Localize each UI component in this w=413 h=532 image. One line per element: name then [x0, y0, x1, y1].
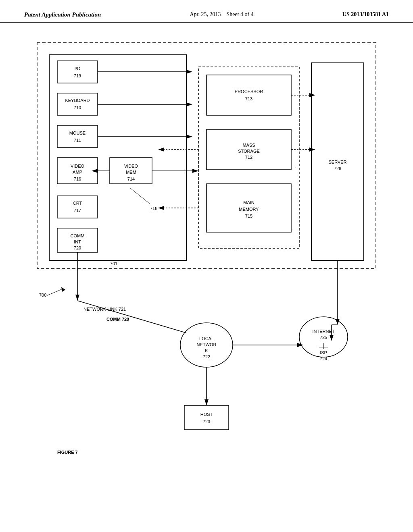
diagram-area: 701 SERVER 726 I/O 719 KEYBOARD 710 MOUS…: [25, 31, 388, 494]
videomem-label: VIDEO: [124, 164, 138, 168]
videoamp-label: VIDEO: [71, 164, 85, 168]
svg-rect-11: [57, 196, 98, 218]
svg-rect-6: [57, 125, 98, 148]
isp-num: 724: [320, 356, 327, 361]
videoamp-num: 716: [74, 177, 81, 181]
svg-marker-35: [309, 148, 315, 152]
io-label: I/O: [75, 66, 81, 71]
svg-marker-33: [158, 206, 164, 210]
server-num: 726: [334, 166, 341, 171]
label-701: 701: [110, 261, 117, 266]
publication-label: Patent Application Publication: [24, 11, 101, 18]
svg-line-43: [47, 289, 63, 295]
svg-line-38: [130, 188, 150, 204]
svg-marker-27: [92, 169, 98, 173]
processor-label: PROCESSOR: [235, 89, 263, 94]
date-sheet: Apr. 25, 2013 Sheet 4 of 4: [190, 11, 253, 18]
crt-num: 717: [74, 208, 81, 213]
host-label: HOST: [200, 412, 213, 417]
svg-rect-14: [206, 75, 291, 115]
io-num: 719: [74, 73, 81, 78]
svg-marker-59: [330, 335, 334, 341]
svg-marker-44: [61, 287, 65, 292]
host-num: 723: [203, 419, 210, 424]
svg-text:K: K: [205, 348, 208, 353]
mainmem-num: 715: [245, 214, 252, 218]
svg-text:NETWOR: NETWOR: [197, 342, 217, 347]
keyboard-num: 710: [74, 105, 81, 110]
massstorage-num: 712: [245, 155, 252, 160]
server-label: SERVER: [328, 160, 346, 164]
patent-number: US 2013/103581 A1: [342, 11, 389, 18]
svg-text:.: .: [295, 164, 296, 168]
label-718: 718: [150, 206, 157, 211]
localnetwork-num: 722: [203, 354, 210, 359]
videomem-num: 714: [127, 177, 135, 181]
svg-marker-23: [186, 102, 192, 106]
svg-marker-50: [204, 399, 209, 405]
svg-marker-21: [186, 70, 192, 74]
svg-marker-25: [186, 135, 192, 139]
svg-text:AMP: AMP: [73, 170, 82, 175]
svg-rect-5: [57, 93, 98, 115]
commint-label: COMM: [71, 233, 85, 238]
internet-num: 725: [320, 335, 327, 340]
svg-rect-4: [57, 61, 98, 83]
ref-700-label: 700: [39, 293, 46, 297]
svg-text:MEMORY: MEMORY: [239, 207, 259, 212]
svg-marker-31: [158, 148, 164, 152]
page-header: Patent Application Publication Apr. 25, …: [0, 0, 413, 23]
svg-marker-29: [192, 169, 198, 173]
massstorage-label: MASS: [242, 143, 255, 148]
comm720-label: COMM 720: [106, 317, 129, 322]
keyboard-label: KEYBOARD: [65, 98, 90, 103]
svg-rect-51: [184, 405, 229, 430]
commint-num: 720: [74, 245, 81, 250]
mainmem-label: MAIN: [243, 200, 254, 205]
svg-text:STORAGE: STORAGE: [238, 149, 260, 154]
svg-text:——: ——: [319, 344, 328, 349]
svg-marker-40: [75, 295, 79, 301]
svg-marker-37: [309, 93, 315, 97]
crt-label: CRT: [73, 201, 82, 206]
figure-7-svg: 701 SERVER 726 I/O 719 KEYBOARD 710 MOUS…: [25, 31, 388, 494]
mouse-num: 711: [74, 138, 81, 143]
svg-line-45: [77, 301, 186, 333]
svg-text:MEM: MEM: [126, 170, 136, 175]
networklink-label: NETWORK LINK 721: [83, 307, 126, 312]
processor-num: 713: [245, 96, 252, 101]
figure-label: FIGURE 7: [57, 450, 78, 455]
mouse-label: MOUSE: [69, 131, 86, 135]
svg-text:INT: INT: [74, 239, 81, 244]
localnetwork-label: LOCAL: [199, 336, 214, 341]
isp-label: ISP: [320, 350, 327, 355]
